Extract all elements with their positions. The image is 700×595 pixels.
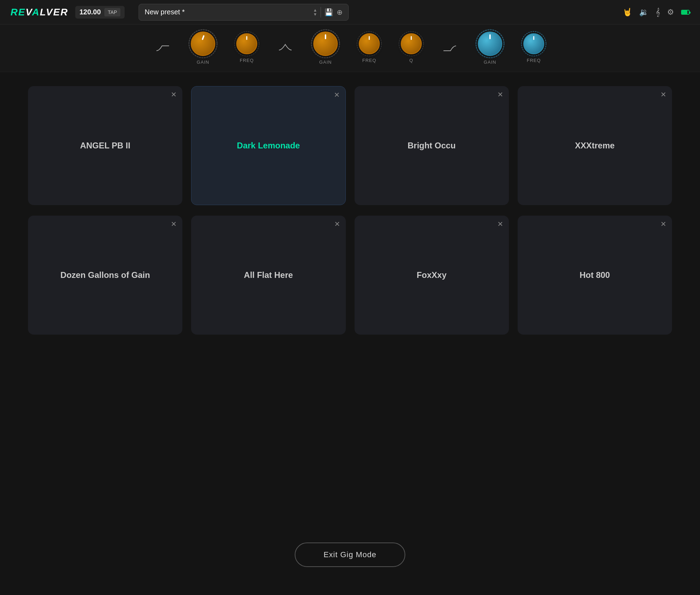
preset-card-4-title: XXXtreme bbox=[568, 134, 622, 158]
eq-band2-q: Q bbox=[390, 33, 432, 63]
preset-card-4[interactable]: ✕ XXXtreme bbox=[518, 86, 672, 205]
preset-divider bbox=[321, 7, 321, 18]
knob-q[interactable] bbox=[401, 33, 422, 54]
eq-band2-freq: FREQ bbox=[348, 33, 390, 63]
preset-card-3-title: Bright Occu bbox=[400, 134, 462, 158]
preset-card-1[interactable]: ✕ ANGEL PB II bbox=[28, 86, 182, 205]
tap-button[interactable]: TAP bbox=[104, 8, 120, 16]
battery-icon bbox=[681, 10, 690, 15]
preset-card-3-close[interactable]: ✕ bbox=[497, 91, 503, 98]
eq-band2-gain-label: GAIN bbox=[319, 59, 332, 65]
eq-highshelf-icon bbox=[432, 43, 467, 54]
knob-blue-gain[interactable] bbox=[478, 31, 502, 56]
preset-card-5-close[interactable]: ✕ bbox=[171, 220, 177, 227]
knob-blue-freq[interactable] bbox=[523, 33, 544, 54]
exit-section: Exit Gig Mode bbox=[28, 528, 672, 581]
eq-band1-freq-label: FREQ bbox=[240, 58, 254, 63]
eq-knob-highshelf-freq[interactable] bbox=[523, 33, 544, 54]
app-logo: REVALVER bbox=[10, 7, 68, 18]
volume-icon-button[interactable]: 🔉 bbox=[639, 8, 649, 17]
preset-card-1-title: ANGEL PB II bbox=[73, 134, 138, 158]
eq-band2-q-label: Q bbox=[409, 58, 413, 63]
knob-small-orange[interactable] bbox=[236, 33, 257, 54]
eq-band3-gain: GAIN bbox=[467, 31, 513, 65]
eq-knob-peak-q[interactable] bbox=[401, 33, 422, 54]
eq-lowshelf-icon bbox=[145, 43, 180, 54]
preset-card-1-close[interactable]: ✕ bbox=[171, 91, 177, 98]
save-preset-button[interactable]: 💾 bbox=[324, 8, 333, 16]
preset-arrows[interactable]: ▲ ▼ bbox=[313, 8, 317, 16]
preset-card-2-title: Dark Lemonade bbox=[230, 134, 307, 158]
preset-card-6-title: All Flat Here bbox=[237, 263, 300, 287]
preset-card-4-close[interactable]: ✕ bbox=[660, 91, 666, 98]
settings-icon-button[interactable]: ⚙ bbox=[667, 8, 674, 17]
preset-name: New preset * bbox=[145, 8, 309, 16]
eq-band3-gain-label: GAIN bbox=[484, 59, 496, 65]
tempo-display: 120.00 TAP bbox=[75, 6, 125, 19]
eq-knob-highshelf-gain[interactable] bbox=[478, 31, 502, 56]
knob-peak-gain[interactable] bbox=[313, 31, 338, 56]
eq-band1-freq: FREQ bbox=[226, 33, 268, 63]
eq-knob-lowshelf-gain[interactable] bbox=[191, 31, 215, 56]
preset-actions: 💾 ⊕ bbox=[324, 8, 343, 16]
hand-icon-button[interactable]: 🤘 bbox=[623, 8, 632, 17]
preset-grid-row1: ✕ ANGEL PB II ✕ Dark Lemonade ✕ Bright O… bbox=[28, 86, 672, 205]
preset-card-7-title: FoxXxy bbox=[410, 263, 453, 287]
eq-knob-peak-freq[interactable] bbox=[359, 33, 380, 54]
eq-band1-gain: GAIN bbox=[180, 31, 226, 65]
preset-card-3[interactable]: ✕ Bright Occu bbox=[355, 86, 509, 205]
eq-peak-icon bbox=[268, 43, 303, 54]
eq-band3-freq: FREQ bbox=[513, 33, 555, 63]
topbar: REVALVER 120.00 TAP New preset * ▲ ▼ 💾 ⊕… bbox=[0, 0, 700, 24]
eq-section: GAIN FREQ GAIN bbox=[0, 24, 700, 72]
preset-card-5[interactable]: ✕ Dozen Gallons of Gain bbox=[28, 216, 182, 335]
knob-peak-freq-small[interactable] bbox=[359, 33, 380, 54]
preset-card-7[interactable]: ✕ FoxXxy bbox=[355, 216, 509, 335]
eq-band2-freq-label: FREQ bbox=[362, 58, 376, 63]
tempo-value: 120.00 bbox=[79, 8, 101, 16]
preset-card-6-close[interactable]: ✕ bbox=[334, 220, 340, 227]
main-content: ✕ ANGEL PB II ✕ Dark Lemonade ✕ Bright O… bbox=[0, 72, 700, 595]
exit-gig-mode-button[interactable]: Exit Gig Mode bbox=[295, 542, 405, 567]
preset-card-6[interactable]: ✕ All Flat Here bbox=[191, 216, 345, 335]
knob-orange[interactable] bbox=[191, 31, 215, 56]
preset-card-2[interactable]: ✕ Dark Lemonade bbox=[191, 86, 345, 205]
add-preset-button[interactable]: ⊕ bbox=[337, 8, 343, 16]
preset-grid-row2: ✕ Dozen Gallons of Gain ✕ All Flat Here … bbox=[28, 216, 672, 335]
preset-card-8[interactable]: ✕ Hot 800 bbox=[518, 216, 672, 335]
eq-band2-gain: GAIN bbox=[303, 31, 348, 65]
topbar-right: 🤘 🔉 𝄞 ⚙ bbox=[623, 8, 690, 17]
preset-selector[interactable]: New preset * ▲ ▼ 💾 ⊕ bbox=[139, 4, 349, 21]
eq-knob-peak-gain[interactable] bbox=[313, 31, 338, 56]
preset-card-8-title: Hot 800 bbox=[573, 263, 617, 287]
preset-card-7-close[interactable]: ✕ bbox=[497, 220, 503, 227]
preset-card-2-close[interactable]: ✕ bbox=[334, 91, 340, 98]
preset-card-5-title: Dozen Gallons of Gain bbox=[54, 263, 157, 287]
eq-knob-lowshelf-freq[interactable] bbox=[236, 33, 257, 54]
tuner-icon-button[interactable]: 𝄞 bbox=[656, 8, 660, 17]
eq-band1-gain-label: GAIN bbox=[197, 59, 209, 65]
preset-card-8-close[interactable]: ✕ bbox=[660, 220, 666, 227]
eq-band3-freq-label: FREQ bbox=[527, 58, 541, 63]
